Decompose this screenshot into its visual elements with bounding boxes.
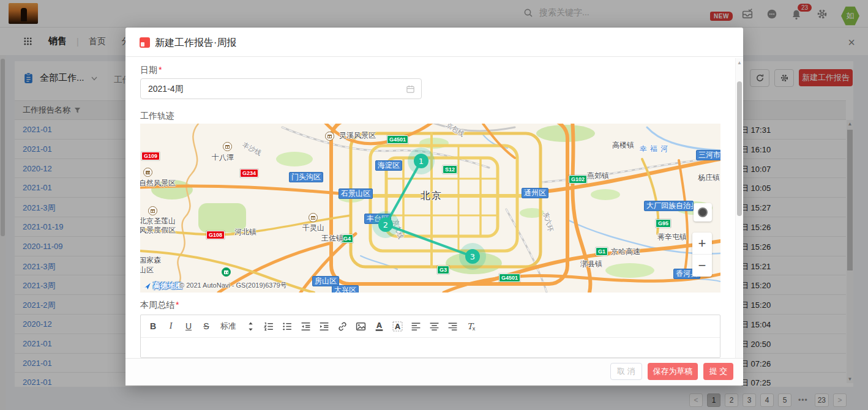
map-place-label: 山区 (140, 265, 154, 275)
size-stepper-icon[interactable] (245, 320, 256, 332)
amap-logo: 高德地图 (142, 281, 182, 291)
align-right-icon[interactable] (447, 320, 458, 332)
temple-poi-icon (148, 206, 157, 215)
road-shield: G1 (596, 247, 608, 256)
required-mark: * (176, 300, 179, 310)
map-place-label: 千灵山 (302, 223, 324, 233)
amap-logo-text: 高德地图 (153, 281, 182, 291)
modal-header: 新建工作报告·周报 × (125, 28, 743, 57)
map-place-label: 十八潭 (212, 152, 234, 163)
map-place-label: 灵溪风景区 (339, 130, 376, 141)
map-place-label: 王佐镇 (321, 233, 343, 244)
bold-button[interactable]: B (148, 320, 158, 332)
road-shield: G95 (656, 219, 671, 228)
map-place-label: 河北镇 (234, 227, 256, 237)
map-district-label: 大兴区 (332, 285, 359, 293)
date-input[interactable]: 2021-4周 (140, 78, 422, 99)
road-shield: G108 (206, 231, 225, 239)
map-layers-button[interactable] (694, 203, 712, 222)
temple-poi-icon (325, 132, 334, 141)
summary-editor[interactable]: BIUS标准AATx (140, 315, 720, 358)
modal-scrollbar[interactable]: ▲ ▼ (735, 58, 743, 381)
report-doc-icon (140, 37, 150, 48)
indent-icon[interactable] (319, 320, 329, 332)
submit-button[interactable]: 提 交 (703, 363, 733, 380)
map-district-label: 石景山区 (339, 188, 373, 199)
underline-button[interactable]: U (184, 320, 193, 332)
map-zoom-control: + − (692, 233, 712, 277)
clear-format-icon[interactable]: Tx (466, 320, 477, 332)
calendar-icon[interactable] (406, 84, 415, 94)
road-shield: G102 (569, 175, 587, 184)
map-district-label: 大厂回族自治县 (644, 201, 694, 211)
close-icon[interactable]: × (843, 34, 860, 51)
map-place-label: 自然风景区 (140, 178, 176, 188)
map-place-label: 京哈高速 (611, 247, 640, 257)
map-copyright: © 2021 AutoNavi - GS(2019)6379号 (179, 281, 287, 290)
track-field-label: 工作轨迹 (140, 111, 174, 122)
temple-poi-icon (223, 142, 232, 151)
image-icon[interactable] (356, 320, 366, 332)
map-district-label: 丰台区 (364, 214, 391, 224)
mountain-poi-icon (222, 267, 231, 277)
ordered-list-icon[interactable] (264, 320, 274, 332)
text-color-icon[interactable]: A (374, 320, 384, 332)
map-place-label: 漷县镇 (580, 259, 602, 269)
temple-poi-icon (309, 213, 318, 222)
scroll-up-icon[interactable]: ▲ (736, 60, 743, 65)
editor-content[interactable] (141, 338, 720, 358)
road-shield: G109 (141, 152, 160, 160)
map-place-label: 蒋辛屯镇 (657, 232, 687, 242)
summary-field-label: 本周总结* (140, 300, 179, 311)
align-left-icon[interactable] (411, 320, 421, 332)
map-district-label: 海淀区 (375, 160, 402, 171)
map-city-label: 北京 (421, 190, 443, 203)
map-place-label: 国家森 (140, 255, 161, 266)
new-report-modal: 新建工作报告·周报 × 日期* 2021-4周 工作轨迹 (125, 28, 743, 386)
road-shield: G234 (240, 169, 258, 177)
unordered-list-icon[interactable] (282, 320, 293, 332)
align-center-icon[interactable] (429, 320, 440, 332)
svg-text:x: x (473, 326, 476, 332)
required-mark: * (159, 65, 162, 75)
save-draft-button[interactable]: 保存为草稿 (648, 363, 698, 380)
zoom-in-button[interactable]: + (692, 233, 712, 255)
layers-dot-icon (698, 207, 708, 217)
road-shield: G4501 (499, 274, 520, 282)
strikethrough-button[interactable]: S (201, 320, 211, 332)
editor-toolbar: BIUS标准AATx (141, 315, 720, 338)
map-place-label: 燕郊镇 (587, 171, 609, 181)
link-icon[interactable] (337, 320, 348, 332)
work-track-map[interactable]: 海淀区门头沟区石景山区通州区丰台区大厂回族自治县三河市房山区大兴区香河县G450… (140, 124, 720, 293)
modal-footer: 取 消 保存为草稿 提 交 (125, 358, 743, 386)
date-field-label: 日期* (140, 65, 162, 76)
road-shield: S12 (443, 165, 457, 174)
italic-button[interactable]: I (166, 320, 176, 332)
road-shield: G4501 (387, 135, 408, 144)
svg-text:A: A (395, 322, 400, 330)
map-river-label: 幸福河 (640, 144, 671, 154)
road-shield: G3 (437, 266, 449, 274)
map-place-label: 高楼镇 (612, 140, 634, 151)
date-value: 2021-4周 (148, 84, 184, 95)
map-place-label: 杨庄镇 (698, 173, 720, 183)
temple-poi-icon (143, 168, 152, 177)
font-size-button[interactable]: 标准 (220, 320, 236, 332)
map-place-label: 风景度假区 (140, 225, 176, 236)
highlight-color-icon[interactable]: A (392, 320, 403, 332)
zoom-out-button[interactable]: − (692, 255, 712, 277)
map-district-label: 门头沟区 (289, 172, 323, 182)
svg-text:A: A (376, 321, 382, 330)
map-district-label: 通州区 (522, 188, 548, 198)
outdent-icon[interactable] (301, 320, 311, 332)
cancel-button[interactable]: 取 消 (610, 363, 642, 380)
scrollbar-thumb[interactable] (737, 81, 742, 216)
modal-title: 新建工作报告·周报 (155, 37, 236, 50)
map-district-label: 三河市 (696, 150, 720, 160)
